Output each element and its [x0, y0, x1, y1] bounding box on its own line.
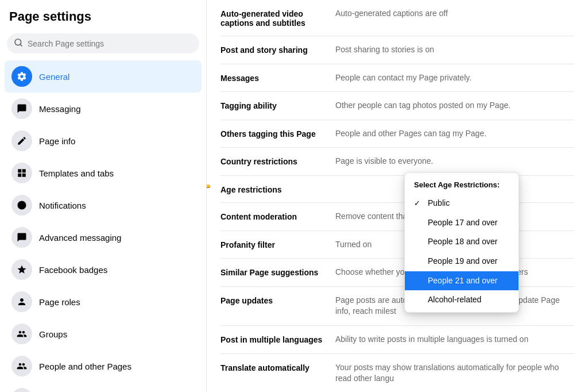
search-icon: [14, 38, 23, 49]
dropdown-label-public: Public: [428, 198, 450, 209]
sidebar-item-facebook-badges[interactable]: Facebook badges: [5, 253, 202, 286]
settings-label-multiple-languages: Post in multiple languages: [220, 334, 335, 344]
sidebar-item-label-templates-tabs: Templates and tabs: [39, 168, 114, 178]
people-other-pages-icon: [11, 356, 32, 376]
facebook-badges-icon: [11, 259, 32, 280]
sidebar-item-preferred-page-audience[interactable]: Preferred Page Audience: [5, 382, 202, 392]
sidebar-item-page-info[interactable]: Page info: [5, 125, 202, 157]
settings-label-post-story-sharing: Post and story sharing: [220, 44, 335, 55]
svg-line-1: [20, 44, 22, 46]
settings-row-country-restrictions: Country restrictionsPage is visible to e…: [220, 148, 574, 176]
sidebar-item-label-groups: Groups: [39, 329, 67, 339]
settings-row-page-updates: Page updatesPage posts are automatically…: [220, 287, 574, 326]
settings-value-tagging: Other people can tag photos posted on my…: [335, 100, 574, 112]
sidebar-item-label-people-other-pages: People and other Pages: [39, 362, 131, 371]
settings-label-tagging: Tagging ability: [220, 100, 335, 110]
dropdown-item-alcohol[interactable]: Alcohol-related: [405, 290, 519, 310]
age-restrictions-dropdown[interactable]: Select Age Restrictions:✓PublicPeople 17…: [404, 172, 519, 313]
dropdown-label-19-over: People 19 and over: [428, 256, 497, 267]
sidebar-item-messaging[interactable]: Messaging: [5, 93, 202, 125]
advanced-messaging-icon: [11, 227, 32, 248]
sidebar-item-label-page-roles: Page roles: [39, 297, 80, 307]
pointer-emoji: 👉: [207, 177, 212, 201]
dropdown-item-19-over[interactable]: People 19 and over: [405, 252, 519, 271]
sidebar-item-label-notifications: Notifications: [39, 201, 86, 210]
dropdown-header: Select Age Restrictions:: [405, 175, 519, 194]
settings-value-post-story-sharing: Post sharing to stories is on: [335, 44, 574, 56]
sidebar-item-label-messaging: Messaging: [39, 104, 81, 114]
preferred-page-audience-icon: [11, 388, 32, 392]
settings-label-translate-auto: Translate automatically: [220, 362, 335, 372]
settings-label-country-restrictions: Country restrictions: [220, 156, 335, 166]
templates-tabs-icon: [11, 163, 32, 183]
settings-label-auto-captions: Auto-generated video captions and subtit…: [220, 8, 335, 28]
sidebar-item-groups[interactable]: Groups: [5, 318, 202, 350]
dropdown-item-18-over[interactable]: People 18 and over: [405, 232, 519, 252]
main-content: Auto-generated video captions and subtit…: [207, 0, 588, 392]
sidebar-item-general[interactable]: General: [5, 60, 202, 93]
sidebar-item-notifications[interactable]: Notifications: [5, 189, 202, 221]
sidebar-nav: GeneralMessagingPage infoTemplates and t…: [0, 60, 206, 392]
settings-row-others-tagging: Others tagging this PagePeople and other…: [220, 120, 574, 148]
dropdown-item-17-over[interactable]: People 17 and over: [405, 213, 519, 233]
settings-label-content-moderation: Content moderation: [220, 211, 335, 221]
settings-row-translate-auto: Translate automaticallyYour posts may sh…: [220, 354, 574, 392]
sidebar-item-templates-tabs[interactable]: Templates and tabs: [5, 157, 202, 189]
settings-value-multiple-languages: Ability to write posts in multiple langu…: [335, 334, 574, 345]
sidebar-item-label-facebook-badges: Facebook badges: [39, 265, 107, 275]
settings-value-others-tagging: People and other Pages can tag my Page.: [335, 128, 574, 140]
settings-row-profanity-filter: Profanity filterTurned on: [220, 231, 574, 259]
page-info-icon: [11, 130, 32, 151]
settings-row-messages: MessagesPeople can contact my Page priva…: [220, 64, 574, 93]
settings-value-country-restrictions: Page is visible to everyone.: [335, 156, 574, 167]
settings-value-auto-captions: Auto-generated captions are off: [335, 8, 574, 20]
dropdown-check-public: ✓: [414, 198, 423, 209]
settings-label-messages: Messages: [220, 72, 335, 83]
groups-icon: [11, 324, 32, 344]
settings-label-others-tagging: Others tagging this Page: [220, 128, 335, 139]
sidebar-item-page-roles[interactable]: Page roles: [5, 286, 202, 318]
settings-row-similar-suggestions: Similar Page suggestionsChoose whether y…: [220, 259, 574, 287]
settings-value-messages: People can contact my Page privately.: [335, 72, 574, 84]
settings-label-similar-suggestions: Similar Page suggestions: [220, 267, 335, 277]
settings-label-age-restrictions: Age restrictions: [220, 184, 335, 194]
settings-row-content-moderation: Content moderationRemove content that co…: [220, 203, 574, 231]
dropdown-label-alcohol: Alcohol-related: [428, 294, 481, 306]
sidebar-item-label-advanced-messaging: Advanced messaging: [39, 233, 121, 243]
dropdown-label-18-over: People 18 and over: [428, 236, 497, 248]
search-bar[interactable]: [7, 33, 199, 53]
sidebar-item-label-general: General: [39, 72, 69, 82]
dropdown-label-21-over: People 21 and over: [428, 275, 497, 287]
page-title: Page settings: [0, 0, 206, 29]
settings-row-tagging: Tagging abilityOther people can tag phot…: [220, 92, 574, 120]
settings-row-auto-captions: Auto-generated video captions and subtit…: [220, 0, 574, 36]
notifications-icon: [11, 195, 32, 216]
settings-table: Auto-generated video captions and subtit…: [220, 0, 574, 392]
sidebar: Page settings GeneralMessagingPage infoT…: [0, 0, 207, 392]
dropdown-label-17-over: People 17 and over: [428, 217, 497, 229]
settings-label-profanity-filter: Profanity filter: [220, 239, 335, 249]
search-input[interactable]: [28, 39, 192, 48]
dropdown-item-21-over[interactable]: People 21 and over: [405, 271, 519, 291]
dropdown-item-public[interactable]: ✓Public: [405, 194, 519, 213]
settings-row-post-story-sharing: Post and story sharingPost sharing to st…: [220, 36, 574, 64]
sidebar-item-advanced-messaging[interactable]: Advanced messaging: [5, 221, 202, 253]
messaging-icon: [11, 98, 32, 119]
sidebar-item-people-other-pages[interactable]: People and other Pages: [5, 350, 202, 382]
general-icon: [11, 66, 32, 87]
settings-value-translate-auto: Your posts may show translations automat…: [335, 362, 574, 385]
sidebar-item-label-page-info: Page info: [39, 136, 75, 146]
page-roles-icon: [11, 291, 32, 312]
settings-row-multiple-languages: Post in multiple languagesAbility to wri…: [220, 326, 574, 354]
settings-row-age-restrictions: 👉Age restrictionsSelect Age Restrictions…: [220, 176, 574, 203]
settings-label-page-updates: Page updates: [220, 295, 335, 305]
